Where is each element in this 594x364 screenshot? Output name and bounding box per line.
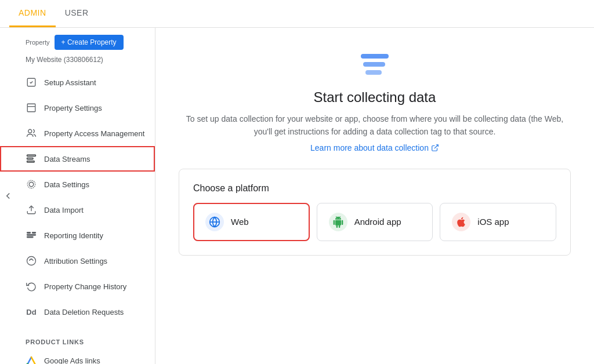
- platform-ios-label: iOS app: [477, 217, 509, 227]
- property-label: Property: [26, 39, 50, 46]
- sidebar-item-label: Setup Assistant: [44, 78, 96, 87]
- property-header: Property + Create Property: [16, 28, 155, 54]
- tab-admin[interactable]: ADMIN: [9, 0, 56, 27]
- svg-rect-17: [361, 54, 389, 59]
- sidebar-item-reporting-identity[interactable]: Reporting Identity: [0, 223, 155, 248]
- svg-rect-4: [27, 155, 36, 156]
- data-collection-icon: [357, 51, 392, 80]
- platform-web-label: Web: [231, 217, 249, 227]
- sidebar-item-label: Property Settings: [44, 104, 102, 112]
- history-icon: [26, 281, 37, 292]
- svg-rect-12: [27, 236, 34, 238]
- collect-title: Start collecting data: [314, 89, 436, 105]
- svg-rect-5: [27, 158, 34, 159]
- main-layout: Property + Create Property My Website (3…: [0, 28, 594, 364]
- sidebar-item-setup-assistant[interactable]: Setup Assistant: [0, 70, 155, 95]
- android-icon: [329, 213, 347, 231]
- sidebar-item-property-access-management[interactable]: Property Access Management: [0, 121, 155, 146]
- learn-more-link[interactable]: Learn more about data collection: [310, 143, 439, 152]
- collect-description: To set up data collection for your websi…: [179, 112, 571, 139]
- platform-android-button[interactable]: Android app: [317, 203, 433, 241]
- sidebar-item-attribution-settings[interactable]: Attribution Settings: [0, 248, 155, 274]
- svg-rect-11: [27, 235, 36, 236]
- product-links-label: PRODUCT LINKS: [0, 329, 155, 348]
- platform-web-button[interactable]: Web: [193, 203, 310, 241]
- sidebar-item-data-streams[interactable]: Data Streams: [0, 146, 155, 172]
- sidebar-item-label: Property Access Management: [44, 129, 144, 138]
- sidebar-item-google-ads-links[interactable]: Google Ads links: [0, 348, 155, 364]
- svg-point-3: [28, 129, 32, 133]
- property-name: My Website (330806612): [0, 54, 155, 70]
- create-property-button[interactable]: + Create Property: [55, 35, 124, 50]
- users-icon: [26, 128, 37, 139]
- sidebar-item-label: Reporting Identity: [44, 231, 103, 240]
- svg-point-7: [29, 182, 34, 187]
- svg-rect-19: [365, 70, 382, 75]
- svg-rect-10: [27, 232, 31, 234]
- sidebar: Property + Create Property My Website (3…: [0, 28, 155, 364]
- sidebar-item-label: Google Ads links: [44, 356, 100, 365]
- sidebar-item-data-settings[interactable]: Data Settings: [0, 172, 155, 197]
- top-navigation: ADMIN USER: [0, 0, 594, 28]
- svg-rect-6: [27, 161, 35, 162]
- attribution-icon: [26, 255, 37, 267]
- content-area: Start collecting data To set up data col…: [155, 28, 594, 364]
- globe-icon: [205, 213, 224, 231]
- platform-buttons: Web Android app iOS app: [193, 203, 556, 241]
- platform-ios-button[interactable]: iOS app: [440, 203, 556, 241]
- platform-section-title: Choose a platform: [193, 183, 556, 194]
- file-icon: [26, 102, 37, 114]
- sidebar-item-property-settings[interactable]: Property Settings: [0, 95, 155, 121]
- sidebar-item-data-import[interactable]: Data Import: [0, 197, 155, 223]
- sidebar-item-label: Data Deletion Requests: [44, 308, 124, 316]
- svg-rect-13: [32, 232, 36, 234]
- sidebar-item-label: Data Settings: [44, 180, 89, 189]
- svg-line-20: [434, 145, 438, 148]
- reporting-icon: [26, 230, 37, 241]
- sidebar-item-data-deletion-requests[interactable]: Dd Data Deletion Requests: [0, 299, 155, 325]
- platform-section: Choose a platform Web Android app: [179, 169, 571, 256]
- sidebar-item-label: Data Streams: [44, 155, 90, 163]
- layers-icon: [26, 179, 37, 190]
- svg-rect-18: [363, 62, 385, 67]
- platform-android-label: Android app: [354, 217, 401, 227]
- data-streams-icon: [26, 153, 37, 165]
- apple-icon: [452, 213, 470, 231]
- svg-rect-1: [27, 104, 35, 112]
- tab-user[interactable]: USER: [56, 0, 98, 27]
- sidebar-item-label: Property Change History: [44, 282, 126, 291]
- delete-dd-icon: Dd: [26, 306, 37, 318]
- check-square-icon: [26, 77, 37, 88]
- svg-point-8: [27, 180, 35, 188]
- upload-icon: [26, 204, 37, 216]
- google-ads-icon: [26, 355, 37, 364]
- sidebar-item-label: Attribution Settings: [44, 257, 107, 265]
- sidebar-item-label: Data Import: [44, 206, 84, 214]
- sidebar-item-property-change-history[interactable]: Property Change History: [0, 274, 155, 299]
